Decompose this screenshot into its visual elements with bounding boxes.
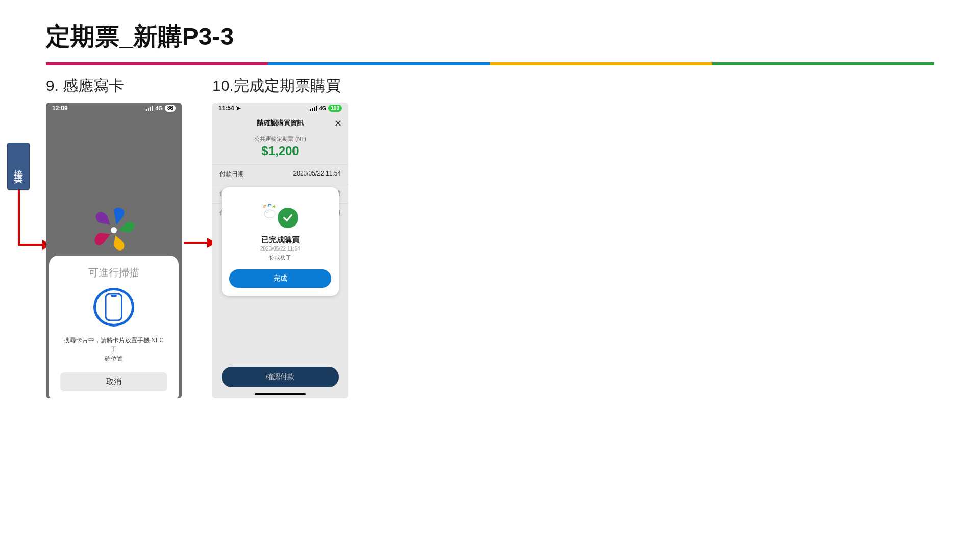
- pay-date-label: 付款日期: [219, 170, 244, 179]
- phone2-status-left: 11:54 ➤: [218, 105, 241, 112]
- cancel-button[interactable]: 取消: [60, 372, 167, 391]
- phone1-net: 4G: [155, 105, 163, 111]
- nfc-sheet-title: 可進行掃描: [88, 266, 139, 280]
- step-10-label: 10.完成定期票購買: [212, 76, 348, 96]
- product-price: $1,200: [212, 144, 348, 158]
- svg-point-4: [266, 210, 268, 212]
- success-title: 已完成購買: [261, 235, 300, 245]
- step-10-column: 10.完成定期票購買 11:54 ➤ 4G 100 請確認購買資訊 ✕: [212, 76, 348, 398]
- pay-date-row: 付款日期 2023/05/22 11:54: [212, 164, 348, 184]
- signal-icon: [146, 106, 153, 111]
- phone2-header: 請確認購買資訊 ✕: [212, 114, 348, 132]
- success-timestamp: 2023/05/22 11:54: [260, 246, 300, 252]
- phone2-net: 4G: [319, 105, 327, 111]
- nfc-phone-icon: [93, 288, 134, 327]
- previous-page-label: 接上頁: [12, 162, 24, 171]
- complete-button-label: 完成: [273, 274, 287, 283]
- nfc-instruction-text: 搜尋卡片中，請將卡片放置手機 NFC 正 確位置: [60, 336, 167, 363]
- phone1-statusbar: 12:09 4G 86: [46, 103, 182, 114]
- step-9-label: 9. 感應寫卡: [46, 76, 182, 96]
- success-modal: 已完成購買 2023/05/22 11:54 你成功了 完成: [222, 187, 339, 296]
- phone1-battery: 86: [165, 105, 176, 112]
- phone2-time: 11:54: [218, 105, 234, 112]
- step-9-column: 9. 感應寫卡 12:09 4G 86: [46, 76, 182, 398]
- cancel-button-label: 取消: [106, 377, 121, 387]
- phone2-header-title: 請確認購買資訊: [257, 118, 304, 128]
- phone2-status-right: 4G 100: [310, 105, 342, 112]
- location-icon: ➤: [236, 105, 241, 112]
- confirm-payment-label: 確認付款: [266, 372, 295, 382]
- complete-button[interactable]: 完成: [229, 269, 331, 288]
- product-name: 公共運輸定期票 (NT): [212, 135, 348, 143]
- pay-date-value: 2023/05/22 11:54: [293, 170, 341, 179]
- checkmark-icon: [278, 208, 298, 228]
- svg-rect-1: [106, 294, 122, 320]
- slide-root: 定期票_新購P3-3 接上頁 9. 感應寫卡 12:09 4G 86: [0, 0, 980, 551]
- confirm-payment-button[interactable]: 確認付款: [222, 367, 339, 387]
- nfc-scan-sheet: 可進行掃描 搜尋卡片中，請將卡片放置手機 NFC 正 確位置 取消: [49, 256, 179, 398]
- phone2-battery: 100: [328, 105, 342, 112]
- svg-point-0: [111, 227, 117, 233]
- color-divider: [46, 62, 934, 65]
- svg-rect-2: [111, 295, 117, 297]
- phone2-statusbar: 11:54 ➤ 4G 100: [212, 103, 348, 114]
- success-subtitle: 你成功了: [269, 254, 291, 261]
- phone-2: 11:54 ➤ 4G 100 請確認購買資訊 ✕ 公共運輸定期票 (NT) $1…: [212, 103, 348, 398]
- slide-title: 定期票_新購P3-3: [46, 20, 934, 53]
- previous-page-chip: 接上頁: [7, 143, 30, 190]
- signal-icon: [310, 106, 317, 111]
- success-graphic: [262, 199, 298, 228]
- home-indicator: [255, 393, 306, 395]
- phone1-time: 12:09: [52, 105, 68, 112]
- close-icon[interactable]: ✕: [334, 118, 342, 129]
- phone1-status-right: 4G 86: [146, 105, 176, 112]
- phone-1: 12:09 4G 86: [46, 103, 182, 398]
- easycard-logo-icon: [91, 205, 137, 256]
- steps-row: 9. 感應寫卡 12:09 4G 86: [46, 76, 934, 398]
